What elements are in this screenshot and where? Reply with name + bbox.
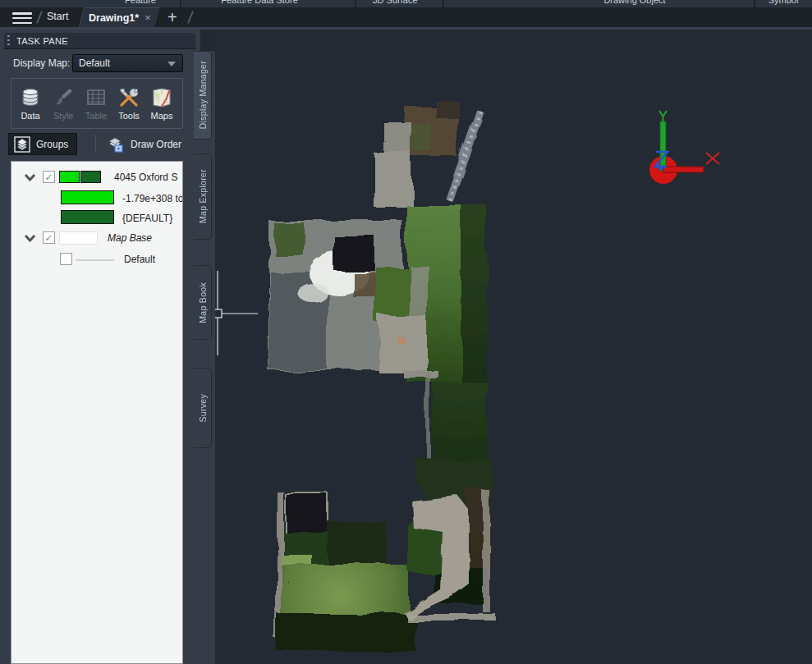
- style-default-label[interactable]: {DEFAULT}: [122, 213, 182, 224]
- color-swatch[interactable]: [59, 171, 80, 183]
- tree-row-style-range[interactable]: -1.79e+308 to: [11, 188, 182, 208]
- tools-button[interactable]: Tools: [113, 81, 145, 126]
- default-layer-label[interactable]: Default: [124, 254, 182, 265]
- draw-order-button[interactable]: Draw Order: [104, 133, 188, 155]
- task-pane: TASK PANE Display Map: Default: [0, 30, 215, 664]
- task-pane-actions: Groups Draw Order: [0, 133, 215, 156]
- ribbon-panel-feature-data-store: Feature Data Store: [221, 0, 298, 6]
- tree-row-layer[interactable]: ✓ 4045 Oxford S: [11, 168, 182, 186]
- ribbon-separator: [355, 0, 356, 7]
- hamburger-menu-icon[interactable]: [12, 12, 32, 24]
- viewport-canvas[interactable]: Y X: [215, 30, 812, 664]
- tab-separator-slash: [187, 11, 194, 24]
- ucs-icon: Y X: [649, 111, 719, 184]
- task-pane-title: TASK PANE: [16, 36, 68, 46]
- task-pane-toolbar: Data Style Table: [11, 78, 183, 129]
- pickbox: [215, 309, 222, 318]
- ribbon-panel-symbol: Symbol: [768, 0, 799, 6]
- color-swatch[interactable]: [59, 231, 98, 245]
- layer-label[interactable]: 4045 Oxford S: [114, 172, 182, 183]
- point-cloud: [249, 100, 534, 658]
- side-tab-map-book[interactable]: Map Book: [194, 265, 212, 340]
- file-tab-bar: Start Drawing1* × +: [0, 7, 812, 30]
- data-button[interactable]: Data: [15, 81, 46, 126]
- ribbon-separator: [754, 0, 755, 7]
- tree-row-map-base[interactable]: ✓ Map Base: [11, 229, 182, 247]
- groups-label: Groups: [36, 139, 68, 150]
- drawing-viewport[interactable]: Y X: [215, 30, 812, 664]
- ribbon-panel-drawing-object: Drawing Object: [603, 0, 665, 6]
- tree-row-default-layer[interactable]: Default: [11, 250, 182, 268]
- groups-button[interactable]: Groups: [8, 133, 77, 155]
- ucs-x-glyph: [706, 153, 719, 164]
- color-swatch[interactable]: [61, 210, 114, 224]
- ucs-y-axis: [660, 121, 666, 171]
- visibility-checkbox[interactable]: ✓: [43, 231, 55, 244]
- maps-button[interactable]: Maps: [146, 81, 177, 126]
- side-tab-map-explorer[interactable]: Map Explorer: [194, 153, 212, 240]
- grip-handle-icon[interactable]: [7, 35, 10, 46]
- paintbrush-icon: [52, 86, 75, 109]
- table-button: Table: [80, 81, 112, 126]
- layers-stack-icon: [14, 136, 30, 153]
- display-manager-tree: ✓ 4045 Oxford S -1.79e+308 to {DEFAULT}: [11, 161, 183, 664]
- main-area: TASK PANE Display Map: Default: [0, 30, 812, 664]
- ribbon-panel-3d-surface: 3D Surface: [372, 0, 417, 6]
- color-swatch[interactable]: [61, 190, 114, 204]
- display-map-value: Default: [79, 57, 110, 69]
- ucs-z-dot: [658, 165, 663, 170]
- table-icon: [85, 86, 108, 109]
- tab-drawing1-label: Drawing1*: [89, 12, 139, 24]
- ribbon-separator: [443, 0, 444, 7]
- ribbon-strip: Feature Feature Data Store 3D Surface Dr…: [0, 0, 812, 7]
- toolbar-divider: [95, 135, 96, 153]
- tab-drawing1[interactable]: Drawing1* ×: [79, 7, 161, 27]
- tab-start[interactable]: Start: [47, 11, 68, 22]
- style-button: Style: [48, 81, 79, 126]
- task-pane-corner: [200, 30, 215, 51]
- tab-close-icon[interactable]: ×: [145, 12, 151, 23]
- ucs-x-axis: [663, 167, 704, 172]
- ucs-y-glyph: [659, 111, 667, 121]
- map-base-label[interactable]: Map Base: [108, 232, 182, 244]
- chevron-expand-icon[interactable]: [24, 173, 36, 181]
- color-swatch[interactable]: [80, 171, 101, 183]
- app-window: Feature Feature Data Store 3D Surface Dr…: [0, 0, 812, 664]
- style-range-label[interactable]: -1.79e+308 to: [122, 193, 182, 204]
- draw-order-icon: [108, 136, 124, 153]
- ribbon-panel-feature: Feature: [125, 0, 156, 6]
- task-pane-header[interactable]: TASK PANE: [4, 33, 195, 49]
- chevron-down-icon: [167, 62, 176, 66]
- visibility-checkbox[interactable]: [60, 253, 72, 265]
- tools-icon: [117, 86, 140, 109]
- map-icon: [150, 86, 173, 109]
- tree-row-style-default[interactable]: {DEFAULT}: [11, 208, 182, 227]
- display-map-label: Display Map:: [13, 57, 70, 69]
- database-icon: [19, 86, 42, 109]
- draw-order-label: Draw Order: [131, 139, 181, 150]
- crosshair-cursor: [215, 271, 258, 355]
- tab-separator-slash: [36, 11, 43, 24]
- display-map-row: Display Map: Default: [0, 54, 215, 74]
- chevron-expand-icon[interactable]: [24, 234, 36, 242]
- line-style-swatch[interactable]: [76, 259, 114, 261]
- side-tab-display-manager[interactable]: Display Manager: [194, 51, 212, 140]
- side-tab-survey[interactable]: Survey: [194, 368, 212, 448]
- display-map-dropdown[interactable]: Default: [72, 54, 183, 72]
- visibility-checkbox[interactable]: ✓: [43, 171, 55, 183]
- new-tab-button[interactable]: +: [167, 7, 177, 27]
- ribbon-separator: [180, 0, 181, 7]
